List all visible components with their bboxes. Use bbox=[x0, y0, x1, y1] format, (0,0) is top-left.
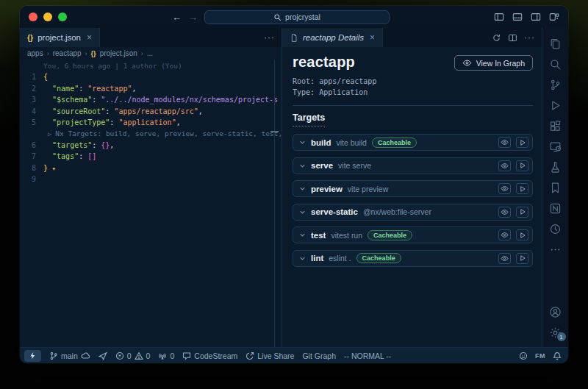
chevron-down-icon[interactable] bbox=[299, 163, 306, 169]
test-flask-icon[interactable] bbox=[546, 157, 565, 177]
breadcrumb[interactable]: apps › reactapp › {} project.json › ... bbox=[20, 47, 282, 60]
code-line[interactable]: 7 "tags": [] bbox=[20, 151, 282, 162]
breadcrumb-file[interactable]: project.json bbox=[100, 49, 137, 57]
more-icon[interactable] bbox=[546, 239, 565, 260]
chevron-down-icon[interactable] bbox=[299, 209, 306, 215]
ports-status[interactable]: 0 bbox=[158, 351, 174, 360]
code-line[interactable]: 5 "projectType": "application", bbox=[20, 117, 282, 128]
tab-reactapp-details[interactable]: reactapp Details × bbox=[282, 28, 383, 47]
problems-status[interactable]: 0 0 bbox=[115, 351, 151, 360]
run-target-button[interactable] bbox=[516, 137, 528, 148]
close-tab-icon[interactable]: × bbox=[370, 32, 375, 43]
view-in-graph-button[interactable]: View In Graph bbox=[454, 55, 533, 71]
breadcrumb-root[interactable]: apps bbox=[27, 49, 43, 57]
close-window-button[interactable] bbox=[29, 13, 37, 21]
fm-indicator[interactable]: FM bbox=[535, 352, 545, 360]
toggle-secondary-sidebar-icon[interactable] bbox=[531, 12, 541, 22]
timeline-clock-icon[interactable] bbox=[546, 218, 565, 239]
run-target-button[interactable] bbox=[516, 160, 528, 171]
codestream-label: CodeStream bbox=[194, 351, 237, 360]
view-target-config-button[interactable] bbox=[498, 137, 511, 148]
run-debug-icon[interactable] bbox=[546, 95, 565, 115]
target-row[interactable]: test vitest run Cacheable bbox=[293, 226, 533, 243]
run-target-button[interactable] bbox=[516, 229, 528, 240]
breadcrumb-project[interactable]: reactapp bbox=[53, 49, 82, 57]
chevron-separator-icon: › bbox=[141, 50, 143, 57]
eye-icon bbox=[501, 254, 509, 263]
bookmarks-icon[interactable] bbox=[546, 177, 565, 198]
view-target-config-button[interactable] bbox=[498, 253, 511, 264]
live-share-label: Live Share bbox=[257, 351, 294, 360]
target-row[interactable]: serve-static @nx/web:file-server bbox=[293, 204, 533, 221]
settings-gear-icon[interactable]: 1 bbox=[546, 322, 565, 343]
target-row[interactable]: lint eslint . Cacheable bbox=[293, 250, 533, 267]
run-target-button[interactable] bbox=[516, 253, 528, 264]
more-editor-actions-icon[interactable]: ··· bbox=[264, 32, 275, 43]
code-line[interactable]: 2 "name": "reactapp", bbox=[20, 83, 282, 94]
zoom-window-button[interactable] bbox=[58, 13, 67, 21]
target-row[interactable]: serve vite serve bbox=[293, 157, 533, 174]
rocket-status[interactable] bbox=[98, 351, 107, 360]
search-icon[interactable] bbox=[546, 54, 565, 74]
chevron-down-icon[interactable] bbox=[299, 139, 306, 146]
target-row[interactable]: preview vite preview bbox=[293, 180, 533, 197]
view-target-config-button[interactable] bbox=[498, 183, 511, 194]
feedback-smiley-icon[interactable] bbox=[519, 351, 528, 360]
run-target-button[interactable] bbox=[516, 183, 528, 194]
line-number: 7 bbox=[20, 151, 43, 162]
codestream-status[interactable]: CodeStream bbox=[182, 351, 237, 360]
customize-layout-icon[interactable] bbox=[549, 12, 559, 22]
source-control-icon[interactable] bbox=[546, 74, 565, 95]
code-line[interactable]: 4 "sourceRoot": "apps/reactapp/src", bbox=[20, 106, 282, 117]
remote-indicator[interactable] bbox=[24, 350, 41, 362]
code-token: "$schema" bbox=[52, 96, 92, 104]
target-name: lint bbox=[311, 254, 323, 263]
code-line[interactable]: 1{ bbox=[20, 71, 282, 82]
run-target-button[interactable] bbox=[516, 207, 528, 218]
notifications-bell-icon[interactable] bbox=[553, 351, 562, 360]
view-target-config-button[interactable] bbox=[498, 207, 511, 218]
cacheable-badge: Cacheable bbox=[356, 253, 401, 263]
code-editor[interactable]: You, 6 hours ago | 1 author (You)1{2 "na… bbox=[20, 60, 282, 347]
code-line[interactable]: 3 "$schema": "../../node_modules/nx/sche… bbox=[20, 94, 282, 105]
code-line[interactable]: 9 bbox=[20, 174, 282, 185]
remote-explorer-icon[interactable] bbox=[546, 136, 565, 157]
chevron-down-icon[interactable] bbox=[299, 185, 306, 192]
history-back-icon[interactable]: ← bbox=[172, 13, 182, 22]
account-icon[interactable] bbox=[546, 301, 565, 322]
split-editor-icon[interactable] bbox=[508, 33, 517, 43]
code-text: "$schema": "../../node_modules/nx/schema… bbox=[43, 94, 278, 105]
target-command: vite preview bbox=[348, 185, 388, 193]
branch-status[interactable]: main bbox=[49, 351, 90, 360]
vim-mode-status[interactable]: -- NORMAL -- bbox=[344, 351, 391, 360]
code-line[interactable]: 8} ✦ bbox=[20, 163, 282, 174]
line-number: 6 bbox=[20, 140, 43, 151]
scrollbar-gutter[interactable] bbox=[274, 60, 275, 347]
code-line[interactable]: You, 6 hours ago | 1 author (You) bbox=[20, 60, 282, 71]
chevron-down-icon[interactable] bbox=[299, 255, 306, 262]
minimize-window-button[interactable] bbox=[43, 13, 52, 21]
refresh-icon[interactable] bbox=[492, 33, 501, 43]
tab-project-json[interactable]: {} project.json × bbox=[20, 28, 100, 47]
view-target-config-button[interactable] bbox=[498, 229, 511, 240]
explorer-icon[interactable] bbox=[546, 33, 565, 54]
code-line[interactable]: 6 "targets": {}, bbox=[20, 140, 282, 151]
git-graph-status[interactable]: Git Graph bbox=[302, 351, 336, 360]
history-forward-icon[interactable]: → bbox=[188, 13, 198, 22]
more-editor-actions-icon[interactable]: ··· bbox=[524, 32, 535, 43]
code-token: "reactapp" bbox=[87, 85, 132, 93]
command-center-search[interactable]: projcrystal bbox=[204, 10, 390, 24]
target-row[interactable]: build vite build Cacheable bbox=[293, 134, 533, 151]
chevron-down-icon[interactable] bbox=[299, 232, 306, 238]
code-text: { bbox=[43, 71, 48, 82]
extensions-icon[interactable] bbox=[546, 115, 565, 136]
breadcrumb-symbol[interactable]: ... bbox=[147, 49, 153, 57]
toggle-panel-icon[interactable] bbox=[512, 12, 523, 22]
view-target-config-button[interactable] bbox=[498, 160, 511, 171]
toggle-primary-sidebar-icon[interactable] bbox=[494, 12, 504, 22]
code-line[interactable]: Nx Targets: build, serve, preview, serve… bbox=[20, 128, 282, 139]
nx-console-icon[interactable] bbox=[546, 198, 565, 218]
close-tab-icon[interactable]: × bbox=[87, 32, 92, 43]
play-icon bbox=[519, 208, 526, 215]
live-share-status[interactable]: Live Share bbox=[245, 351, 294, 360]
